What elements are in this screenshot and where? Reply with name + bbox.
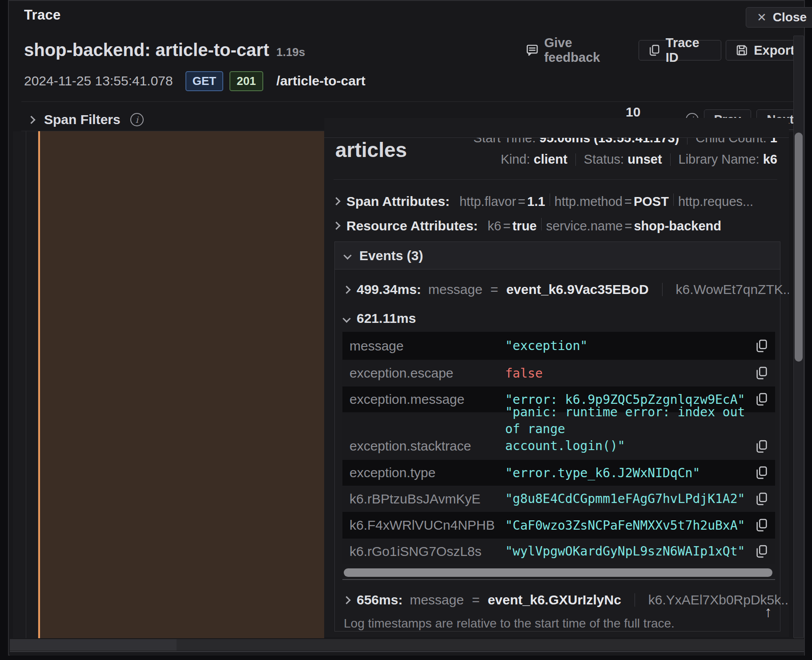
status-code-badge: 201 [229, 71, 263, 91]
selected-span-region[interactable] [40, 131, 324, 638]
attribute-value: true [512, 219, 537, 233]
copy-icon [755, 518, 768, 532]
attribute-value: shop-backend [634, 219, 721, 233]
attribute-key: http.flavor [459, 194, 516, 209]
resource-attributes-list: k6=trueservice.name=shop-backend [488, 218, 721, 233]
copy-icon [755, 492, 768, 506]
table-row: exception.escapefalse [342, 360, 775, 386]
copy-value-button[interactable] [755, 366, 768, 380]
feedback-bubble-icon [526, 43, 539, 57]
table-row: exception.type"error.type_k6.J2WxNIDqCn" [342, 460, 775, 486]
event-attributes-table: message"exception"exception.escapefalsee… [342, 332, 775, 564]
events-header[interactable]: Events (3) [335, 242, 780, 270]
events-footer-note: Log timestamps are relative to the start… [344, 616, 675, 631]
copy-icon [755, 466, 768, 480]
scroll-to-top-icon[interactable]: ↑ [764, 603, 772, 620]
trace-timestamp: 2024-11-25 13:55:41.078 [24, 73, 173, 89]
row-value: false [505, 366, 748, 381]
event-row-656ms[interactable]: 656ms: message=event_k6.GXUrIzlyNc k6.Yx… [344, 590, 789, 610]
attribute-key: http.reques... [678, 194, 753, 209]
scrollbar-thumb[interactable] [795, 133, 803, 362]
header-divider [21, 101, 796, 102]
timeline-gutter [13, 131, 26, 638]
span-meta-line-1: Start Time: 95.06ms (13:55:41.173)Child … [474, 137, 777, 145]
chevron-right-icon [332, 197, 340, 205]
row-value: "panic: runtime error: index out of rang… [505, 399, 748, 460]
row-value: "wylVpgwOKardGyNpL9szN6WAIp1xQt" [505, 544, 748, 559]
row-key: k6.rBPtzuBsJAvmKyE [350, 491, 505, 507]
event-row-499ms[interactable]: 499.34ms: message=event_k6.9Vac35EBoD k6… [344, 280, 789, 299]
chevron-right-icon [27, 116, 35, 124]
row-key: k6.rGo1iSNG7OszL8s [350, 544, 505, 559]
scrollbar-thumb[interactable] [10, 639, 177, 651]
trace-id-button[interactable]: Trace ID [639, 40, 721, 60]
span-attributes-list: http.flavor=1.1http.method=POSThttp.requ… [459, 193, 753, 209]
row-key: message [350, 338, 505, 354]
chevron-right-icon [342, 596, 350, 604]
http-method-badge: GET [185, 71, 223, 91]
table-row: k6.rBPtzuBsJAvmKyE"g8u8E4CdCGpmm1eFAgG7h… [342, 486, 775, 512]
row-value: "exception" [505, 338, 748, 353]
timeline-gutter [26, 131, 38, 638]
copy-icon [648, 44, 660, 57]
info-icon[interactable]: i [130, 113, 144, 126]
bottom-band [10, 652, 804, 656]
vertical-scrollbar[interactable] [793, 36, 804, 638]
row-value: "g8u8E4CdCGpmm1eFAgG7hvLPdjK1A2" [505, 491, 748, 506]
trace-drawer: Trace ✕ Close shop-backend: article-to-c… [0, 0, 812, 660]
table-row: message"exception" [342, 332, 775, 360]
copy-value-button[interactable] [755, 439, 768, 454]
trace-duration: 1.19s [276, 45, 305, 59]
table-bottom-border [342, 579, 775, 580]
table-row: k6.F4xWRlVUCn4NPHB"CaF0wzo3ZsNCPaFeNMXXv… [342, 512, 775, 539]
horizontal-scrollbar[interactable] [10, 639, 804, 651]
copy-value-button[interactable] [755, 339, 768, 353]
trace-name: shop-backend: article-to-cart [24, 40, 269, 60]
page-title: Trace [24, 7, 61, 23]
attribute-key: http.method [555, 194, 623, 209]
scrollbar-thumb[interactable] [344, 568, 772, 577]
chevron-down-icon [342, 314, 350, 322]
request-path: /article-to-cart [277, 73, 366, 89]
row-value: "error.type_k6.J2WxNIDqCn" [505, 466, 748, 480]
details-divider [334, 179, 777, 180]
copy-icon [755, 439, 768, 454]
attribute-value: 1.1 [527, 194, 545, 209]
table-row: k6.rGo1iSNG7OszL8s"wylVpgwOKardGyNpL9szN… [342, 539, 775, 564]
trace-heading: shop-backend: article-to-cart 1.19s [24, 40, 305, 60]
row-key: exception.message [350, 392, 505, 407]
copy-value-button[interactable] [755, 518, 768, 532]
chevron-right-icon [342, 286, 350, 294]
attribute-value: POST [634, 194, 669, 209]
copy-icon [755, 392, 768, 406]
table-horizontal-scrollbar[interactable] [342, 567, 775, 579]
span-meta-line-2: Kind: clientStatus: unsetLibrary Name: k… [501, 152, 777, 167]
span-details-panel: articles Start Time: 95.06ms (13:55:41.1… [324, 118, 789, 637]
resource-attributes-row[interactable]: Resource Attributes: k6=trueservice.name… [334, 218, 721, 233]
save-icon [735, 44, 748, 57]
export-button[interactable]: Export [726, 40, 804, 60]
event-row-621ms[interactable]: 621.11ms [344, 310, 416, 327]
row-key: exception.type [350, 465, 505, 480]
row-value: "CaF0wzo3ZsNCPaFeNMXXv5t7h2uBxA" [505, 518, 748, 533]
close-label: Close [773, 10, 807, 24]
copy-value-button[interactable] [755, 466, 768, 480]
row-key: exception.stacktrace [350, 439, 505, 454]
copy-value-button[interactable] [755, 492, 768, 506]
row-key: exception.escape [350, 366, 505, 381]
give-feedback-button[interactable]: Give feedback [526, 36, 625, 65]
chevron-right-icon [332, 221, 340, 229]
copy-value-button[interactable] [755, 392, 768, 406]
chevron-down-icon [343, 251, 351, 259]
row-key: k6.F4xWRlVUCn4NPHB [350, 518, 505, 533]
table-row: exception.stacktrace"panic: runtime erro… [342, 412, 775, 460]
close-button[interactable]: ✕ Close [746, 7, 812, 28]
close-icon: ✕ [757, 11, 767, 24]
span-details-card: articles Start Time: 95.06ms (13:55:41.1… [324, 137, 789, 637]
span-filters-toggle[interactable]: Span Filters i [28, 109, 144, 130]
copy-value-button[interactable] [755, 544, 768, 559]
attribute-key: service.name [546, 219, 623, 233]
span-name: articles [335, 138, 407, 162]
span-attributes-row[interactable]: Span Attributes: http.flavor=1.1http.met… [334, 193, 753, 209]
header-actions: Give feedback Trace ID Export [526, 40, 804, 60]
